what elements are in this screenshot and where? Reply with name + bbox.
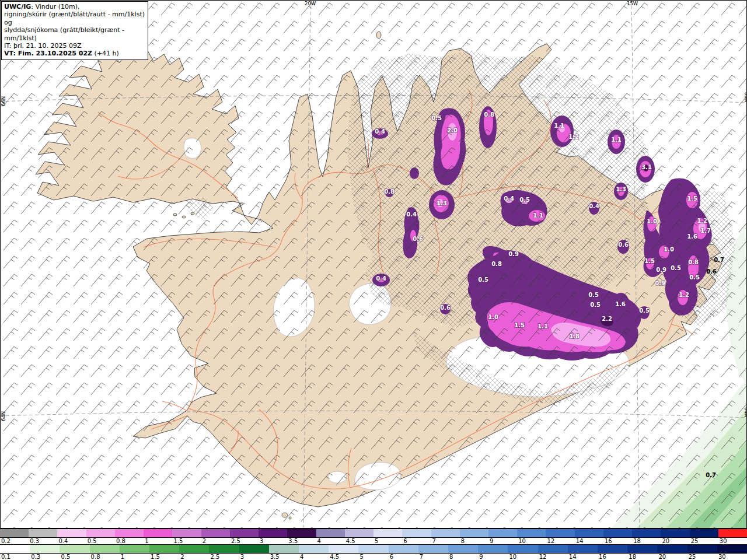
lon-label-15w: 15W (627, 1, 638, 6)
precip-value-label: 1.3 (437, 200, 447, 206)
colorbar-segment (575, 529, 603, 537)
colorbar-segment (299, 545, 329, 553)
colorbar-segment (172, 529, 201, 537)
colorbar-tick-label: 1.5 (149, 554, 179, 560)
colorbar-tick-label: 4.5 (329, 554, 358, 560)
colorbar-tick-label: 12 (546, 538, 574, 544)
colorbar-rain (0, 544, 747, 554)
colorbar-segment (0, 545, 30, 553)
colorbar-segment (57, 529, 86, 537)
colorbar-segment (345, 529, 374, 537)
lon-label-20w: 20W (305, 1, 316, 6)
colorbar-segment (661, 529, 689, 537)
colorbar-segment (209, 545, 239, 553)
colorbar-segment (538, 545, 568, 553)
colorbar-segment (546, 529, 574, 537)
colorbar-tick-label: 2.5 (209, 554, 239, 560)
colorbar-tick-label: 16 (603, 538, 632, 544)
colorbar-tick-label: 0.3 (30, 554, 60, 560)
colorbar-tick-label: 9 (478, 554, 508, 560)
lat-label-64n-left: 64N (1, 411, 6, 421)
colorbar-segment (120, 545, 149, 553)
precip-value-label: 1.1 (537, 323, 548, 330)
precip-value-label: 0.7 (706, 472, 716, 478)
precip-value-label: 0.4 (375, 128, 385, 135)
colorbar-segment (149, 545, 179, 553)
colorbar-tick-label: 4.5 (345, 538, 374, 544)
precip-value-label: 1.2 (679, 292, 689, 298)
colorbar-tick-label: 25 (687, 554, 717, 560)
colorbar-rain-ticks: 0.10.30.50.811.522.533.544.5567891012141… (0, 554, 747, 560)
colorbar-tick-label: 6 (402, 538, 431, 544)
colorbar-segment (0, 529, 29, 537)
precip-value-label: 1.1 (533, 212, 543, 219)
colorbar-segment (287, 529, 316, 537)
precip-value-label: 0.8 (491, 261, 502, 267)
colorbar-segment (30, 545, 60, 553)
colorbar-tick-label: 30 (717, 554, 747, 560)
precip-value-label: 0.5 (431, 115, 442, 121)
colorbar-segment (488, 529, 517, 537)
precip-value-label: 0.5 (639, 307, 650, 314)
colorbar-segment (329, 545, 358, 553)
colorbar-segment (374, 529, 402, 537)
colorbar-tick-label: 3 (259, 538, 287, 544)
colorbar-tick-label: 16 (598, 554, 627, 560)
colorbar-segment (389, 545, 418, 553)
colorbar-tick-label: 14 (568, 554, 598, 560)
title-line-1: UWC/IG: Vindur (10m), (4, 3, 145, 10)
precip-value-label: 0.8 (484, 111, 494, 118)
precip-value-label: 1.1 (554, 123, 564, 129)
precip-value-label: 0.5 (689, 274, 700, 281)
colorbar-tick-label: 3.5 (287, 538, 316, 544)
colorbar-segment (179, 545, 209, 553)
precip-value-label: 1.6 (687, 233, 697, 240)
precip-value-label: 0.4 (589, 203, 599, 209)
precip-value-label: 1.5 (644, 258, 655, 264)
precip-value-label: 3.1 (641, 164, 652, 170)
colorbar-tick-label: 25 (690, 538, 718, 544)
precip-value-label: 0.5 (588, 292, 599, 298)
precip-value-label: 1.8 (569, 333, 580, 340)
colorbar-tick-label: 7 (418, 554, 448, 560)
colorbar-segment (418, 545, 448, 553)
colorbar-area: 0.20.30.40.50.811.522.533.544.5567891012… (0, 528, 747, 560)
colorbar-tick-label: 1 (144, 538, 172, 544)
colorbar-segment (478, 545, 508, 553)
precip-value-label: 2.2 (602, 316, 612, 322)
precip-value-label: 1.5 (687, 195, 697, 202)
precip-value-label: 1.0 (647, 218, 657, 225)
precip-value-label: 0.9 (656, 267, 666, 273)
colorbar-segment (632, 529, 661, 537)
precip-value-label: 2.0 (447, 127, 458, 134)
title-box: UWC/IG: Vindur (10m), rigning/skúrir (gr… (1, 1, 148, 60)
colorbar-segment (86, 529, 115, 537)
colorbar-tick-label: 0.4 (57, 538, 86, 544)
precip-value-label: 0.5 (671, 265, 681, 271)
colorbar-tick-label: 2.5 (230, 538, 259, 544)
precip-value-label: 0.9 (655, 280, 665, 286)
colorbar-tick-label: 3 (239, 554, 269, 560)
weather-map-page: 0.40.52.00.81.11.21.13.11.31.50.80.40.51… (0, 0, 747, 560)
colorbar-tick-label: 1 (120, 554, 149, 560)
precip-value-label: 0.6 (413, 236, 423, 242)
precip-value-label: 1.6 (615, 301, 626, 307)
precip-value-label: 1.5 (514, 322, 525, 328)
colorbar-tick-label: 20 (657, 554, 687, 560)
colorbar-snow (0, 528, 747, 538)
colorbar-tick-label: 0.5 (60, 554, 89, 560)
title-line-2: rigning/skúrir (grænt/blátt/rautt - mm/1… (4, 10, 145, 26)
colorbar-segment (717, 545, 747, 553)
init-time: IT: þri. 21. 10. 2025 09Z (4, 42, 145, 50)
colorbar-tick-label: 9 (488, 538, 517, 544)
colorbar-tick-label: 0.5 (86, 538, 115, 544)
colorbar-tick-label: 0.8 (90, 554, 120, 560)
colorbar-tick-label: 0.3 (29, 538, 57, 544)
precip-value-label: 0.7 (714, 257, 724, 263)
colorbar-segment (627, 545, 657, 553)
precip-value-label: 0.9 (508, 251, 519, 257)
colorbar-segment (657, 545, 687, 553)
colorbar-segment (568, 545, 598, 553)
colorbar-segment (431, 529, 460, 537)
colorbar-tick-label: 1.5 (172, 538, 201, 544)
